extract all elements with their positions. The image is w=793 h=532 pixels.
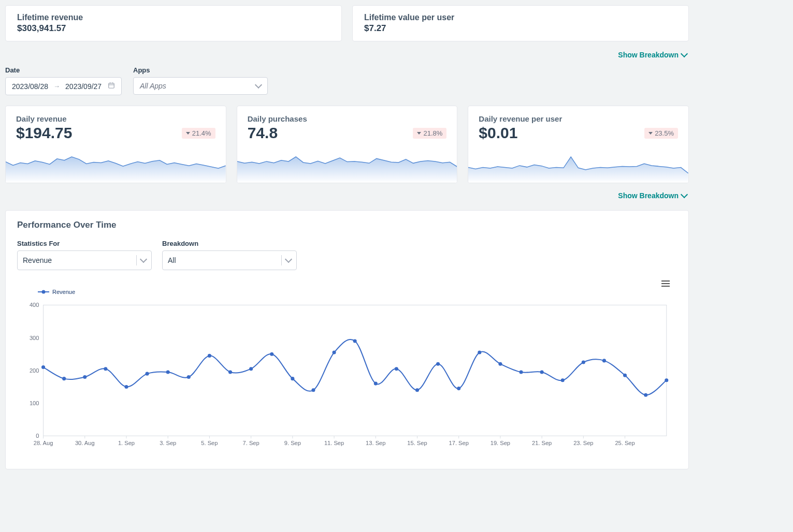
performance-title: Performance Over Time [17, 220, 677, 230]
chevron-down-icon [140, 256, 147, 263]
performance-chart[interactable]: 010020030040028. Aug30. Aug1. Sep3. Sep5… [17, 298, 677, 459]
daily-rpu-label: Daily revenue per user [479, 114, 678, 123]
svg-text:28. Aug: 28. Aug [34, 440, 53, 446]
svg-point-64 [498, 362, 502, 366]
daily-revenue-change: 21.4% [192, 129, 211, 137]
legend-marker-icon [38, 289, 49, 294]
svg-text:200: 200 [30, 367, 39, 374]
svg-text:30. Aug: 30. Aug [75, 440, 95, 446]
daily-purchases-sparkline [237, 154, 457, 183]
svg-point-70 [623, 374, 627, 377]
svg-text:25. Sep: 25. Sep [615, 440, 635, 446]
svg-point-58 [374, 382, 378, 386]
apps-select[interactable]: All Apps [133, 77, 268, 95]
svg-point-67 [561, 378, 565, 382]
svg-point-54 [291, 377, 294, 380]
svg-point-62 [457, 387, 460, 390]
svg-point-52 [249, 367, 253, 371]
svg-text:17. Sep: 17. Sep [449, 440, 469, 446]
lifetime-value-per-user-card: Lifetime value per user $7.27 [352, 5, 689, 41]
calendar-icon [108, 82, 115, 91]
chevron-down-icon [681, 50, 688, 57]
statistics-for-select[interactable]: Revenue [17, 250, 152, 270]
hamburger-icon [661, 280, 670, 282]
show-breakdown-label: Show Breakdown [618, 51, 679, 59]
lifetime-lvpu-value: $7.27 [364, 23, 677, 34]
svg-point-51 [228, 370, 232, 374]
trend-down-icon [417, 132, 421, 135]
svg-text:5. Sep: 5. Sep [201, 440, 218, 446]
svg-point-48 [166, 370, 170, 374]
svg-point-69 [602, 359, 606, 362]
svg-point-72 [665, 378, 668, 382]
lifetime-lvpu-label: Lifetime value per user [364, 13, 677, 22]
svg-point-46 [124, 385, 128, 389]
lifetime-revenue-value: $303,941.57 [17, 23, 330, 34]
svg-point-63 [478, 351, 481, 354]
daily-revenue-label: Daily revenue [16, 114, 215, 123]
date-end-value: 2023/09/27 [65, 82, 102, 91]
arrow-right-icon: → [53, 82, 60, 90]
breakdown-select[interactable]: All [162, 250, 297, 270]
legend-label: Revenue [52, 289, 75, 295]
show-breakdown-label: Show Breakdown [618, 191, 679, 200]
daily-revenue-trend-badge: 21.4% [182, 128, 215, 139]
breakdown-select-label: Breakdown [162, 240, 297, 247]
svg-text:19. Sep: 19. Sep [491, 440, 510, 446]
svg-point-60 [415, 388, 419, 392]
svg-text:400: 400 [30, 302, 39, 308]
apps-select-value: All Apps [140, 82, 166, 90]
svg-text:0: 0 [36, 433, 39, 439]
show-breakdown-top-button[interactable]: Show Breakdown [5, 48, 689, 66]
chevron-down-icon [681, 191, 688, 198]
svg-point-71 [644, 393, 647, 397]
svg-text:23. Sep: 23. Sep [573, 440, 593, 446]
performance-over-time-card: Performance Over Time Statistics For Rev… [5, 210, 689, 469]
svg-point-61 [436, 362, 440, 366]
daily-rpu-trend-badge: 23.5% [644, 128, 678, 139]
statistics-for-value: Revenue [23, 256, 52, 264]
chart-menu-button[interactable] [659, 278, 672, 289]
daily-revenue-sparkline [6, 154, 226, 183]
svg-text:11. Sep: 11. Sep [324, 440, 344, 446]
svg-rect-0 [109, 83, 114, 88]
svg-point-53 [270, 352, 273, 356]
svg-rect-6 [44, 305, 667, 436]
svg-point-56 [333, 351, 336, 354]
trend-down-icon [648, 132, 653, 135]
svg-point-49 [187, 375, 191, 379]
daily-purchases-change: 21.8% [423, 129, 442, 137]
svg-point-45 [104, 367, 107, 371]
svg-point-47 [146, 372, 149, 376]
svg-point-65 [519, 370, 523, 374]
chart-legend[interactable]: Revenue [17, 289, 677, 295]
daily-purchases-trend-badge: 21.8% [413, 128, 446, 139]
date-filter-label: Date [5, 66, 122, 74]
svg-text:3. Sep: 3. Sep [160, 440, 176, 446]
daily-revenue-per-user-card: Daily revenue per user $0.01 23.5% [468, 106, 689, 183]
svg-text:13. Sep: 13. Sep [366, 440, 385, 446]
daily-purchases-card: Daily purchases 74.8 21.8% [237, 106, 458, 183]
date-range-picker[interactable]: 2023/08/28 → 2023/09/27 [5, 77, 122, 95]
daily-rpu-sparkline [468, 154, 688, 183]
daily-purchases-label: Daily purchases [248, 114, 447, 123]
date-start-value: 2023/08/28 [12, 82, 48, 91]
trend-down-icon [186, 132, 190, 135]
svg-text:15. Sep: 15. Sep [407, 440, 427, 446]
daily-revenue-card: Daily revenue $194.75 21.4% [5, 106, 226, 183]
statistics-for-label: Statistics For [17, 240, 152, 247]
svg-text:7. Sep: 7. Sep [243, 440, 259, 446]
svg-point-50 [208, 354, 211, 358]
svg-text:100: 100 [30, 400, 39, 406]
lifetime-revenue-card: Lifetime revenue $303,941.57 [5, 5, 342, 41]
svg-text:9. Sep: 9. Sep [284, 440, 301, 446]
apps-filter-label: Apps [133, 66, 268, 74]
daily-rpu-change: 23.5% [655, 129, 674, 137]
show-breakdown-bottom-button[interactable]: Show Breakdown [5, 188, 689, 207]
svg-point-55 [311, 388, 315, 392]
svg-point-59 [395, 367, 398, 371]
svg-point-44 [83, 375, 86, 379]
lifetime-revenue-label: Lifetime revenue [17, 13, 330, 22]
svg-point-68 [582, 360, 585, 364]
svg-point-5 [42, 290, 46, 294]
